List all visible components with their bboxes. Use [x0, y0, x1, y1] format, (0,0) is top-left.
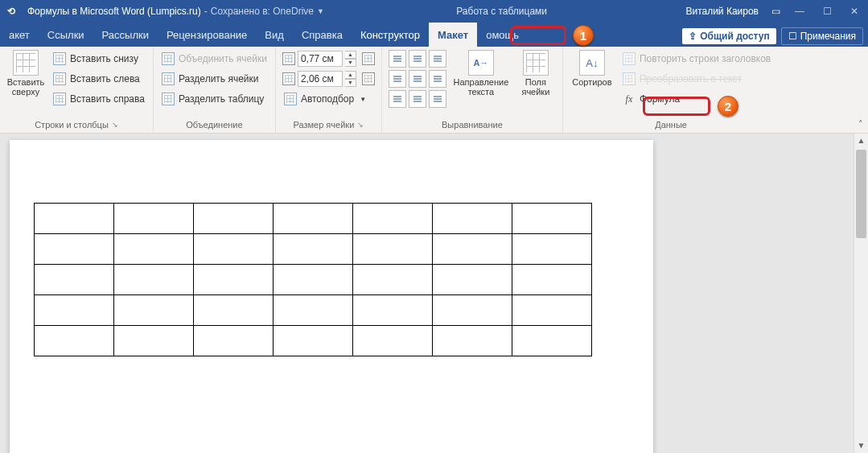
minimize-button[interactable]: —	[786, 0, 813, 23]
split-table-button[interactable]: Разделить таблицу	[160, 90, 269, 108]
table-cell[interactable]	[274, 326, 353, 356]
table-cell[interactable]	[194, 234, 274, 265]
table-cell[interactable]	[114, 204, 194, 234]
maximize-button[interactable]: ☐	[813, 0, 841, 23]
table-cell[interactable]	[114, 265, 194, 295]
table-cell[interactable]	[353, 326, 433, 356]
insert-right-button[interactable]: Вставить справа	[51, 90, 146, 108]
table-row[interactable]	[35, 295, 592, 326]
table-cell[interactable]	[35, 326, 114, 356]
table-cell[interactable]	[194, 204, 274, 234]
text-direction-button[interactable]: A→ Направление текста	[453, 50, 509, 97]
tab-design[interactable]: Конструктор	[352, 23, 429, 47]
vertical-scrollbar[interactable]: ▲ ▼	[854, 134, 868, 453]
collapse-ribbon-icon[interactable]: ˄	[858, 119, 863, 130]
scroll-down-icon[interactable]: ▼	[854, 439, 868, 453]
dialog-launcher-icon[interactable]: ↘	[112, 121, 118, 129]
tab-layout[interactable]: Макет	[429, 23, 477, 47]
table-cell[interactable]	[353, 234, 433, 265]
split-cells-button[interactable]: Разделить ячейки	[160, 70, 269, 88]
tab-references[interactable]: Ссылки	[39, 23, 93, 47]
table-cell[interactable]	[35, 204, 114, 234]
insert-left-button[interactable]: Вставить слева	[51, 70, 146, 88]
contextual-title: Работа с таблицами	[324, 6, 680, 17]
user-name[interactable]: Виталий Каиров	[679, 6, 765, 17]
tab-view[interactable]: Вид	[256, 23, 293, 47]
table-cell[interactable]	[35, 295, 114, 326]
document-viewport[interactable]	[0, 134, 854, 453]
formula-button[interactable]: fxФормула	[621, 90, 772, 108]
sort-button[interactable]: A↓ Сортиров	[570, 50, 615, 87]
share-label: Общий доступ	[700, 31, 770, 42]
table-cell[interactable]	[353, 265, 433, 295]
table-cell[interactable]	[433, 204, 512, 234]
close-button[interactable]: ✕	[841, 0, 868, 23]
document-title[interactable]: Формулы в Microsoft Word (Lumpics.ru) - …	[23, 6, 324, 17]
repeat-header-icon	[623, 52, 636, 65]
tab-help[interactable]: Справка	[293, 23, 352, 47]
height-spinner[interactable]: ▲▼	[345, 51, 356, 67]
table-cell[interactable]	[512, 204, 592, 234]
insert-right-icon	[53, 93, 66, 105]
table-row[interactable]	[35, 234, 592, 265]
width-spinner[interactable]: ▲▼	[345, 71, 356, 87]
tab-mailings[interactable]: Рассылки	[93, 23, 158, 47]
table-cell[interactable]	[512, 326, 592, 356]
table-cell[interactable]	[512, 234, 592, 265]
row-height-input[interactable]	[298, 51, 343, 67]
scroll-up-icon[interactable]: ▲	[854, 134, 868, 148]
table-cell[interactable]	[433, 326, 512, 356]
align-bl[interactable]	[389, 90, 406, 108]
align-ml[interactable]	[389, 70, 406, 88]
distribute-cols-icon[interactable]	[362, 72, 375, 85]
col-width-input[interactable]	[298, 71, 343, 87]
tab-partial-layout[interactable]: акет	[0, 23, 39, 47]
document-table[interactable]	[34, 203, 592, 356]
table-cell[interactable]	[114, 326, 194, 356]
table-row[interactable]	[35, 204, 592, 234]
formula-label: Формула	[640, 93, 680, 105]
table-cell[interactable]	[512, 295, 592, 326]
table-cell[interactable]	[194, 326, 274, 356]
tab-review[interactable]: Рецензирование	[158, 23, 256, 47]
page[interactable]	[10, 140, 653, 453]
cell-margins-button[interactable]: Поля ячейки	[516, 50, 556, 97]
table-cell[interactable]	[274, 265, 353, 295]
table-cell[interactable]	[35, 265, 114, 295]
scroll-thumb[interactable]	[856, 150, 866, 238]
table-cell[interactable]	[35, 234, 114, 265]
insert-below-button[interactable]: Вставить снизу	[51, 50, 146, 68]
table-cell[interactable]	[114, 234, 194, 265]
ribbon-options-icon[interactable]: ▭	[765, 6, 786, 17]
table-row[interactable]	[35, 326, 592, 356]
align-tl[interactable]	[389, 50, 406, 68]
distribute-rows-icon[interactable]	[362, 52, 375, 65]
table-cell[interactable]	[194, 265, 274, 295]
insert-above-label: Вставить сверху	[6, 77, 45, 97]
align-mc[interactable]	[409, 70, 426, 88]
table-cell[interactable]	[353, 295, 433, 326]
table-cell[interactable]	[353, 204, 433, 234]
chevron-down-icon[interactable]: ▼	[317, 7, 324, 15]
align-tc[interactable]	[409, 50, 426, 68]
table-cell[interactable]	[274, 234, 353, 265]
align-bc[interactable]	[409, 90, 426, 108]
table-cell[interactable]	[194, 295, 274, 326]
table-cell[interactable]	[433, 265, 512, 295]
table-cell[interactable]	[274, 204, 353, 234]
share-button[interactable]: ⇪ Общий доступ	[682, 28, 776, 44]
align-br[interactable]	[429, 90, 446, 108]
table-cell[interactable]	[512, 265, 592, 295]
comments-button[interactable]: ☐ Примечания	[781, 27, 863, 45]
dialog-launcher-icon[interactable]: ↘	[357, 121, 364, 129]
autofit-button[interactable]: Автоподбор▼	[282, 90, 375, 108]
table-cell[interactable]	[274, 295, 353, 326]
table-cell[interactable]	[114, 295, 194, 326]
tab-partial-help[interactable]: омощь	[477, 23, 528, 47]
table-cell[interactable]	[433, 295, 512, 326]
table-cell[interactable]	[433, 234, 512, 265]
insert-above-button[interactable]: Вставить сверху	[6, 50, 45, 97]
align-tr[interactable]	[429, 50, 446, 68]
align-mr[interactable]	[429, 70, 446, 88]
table-row[interactable]	[35, 265, 592, 295]
